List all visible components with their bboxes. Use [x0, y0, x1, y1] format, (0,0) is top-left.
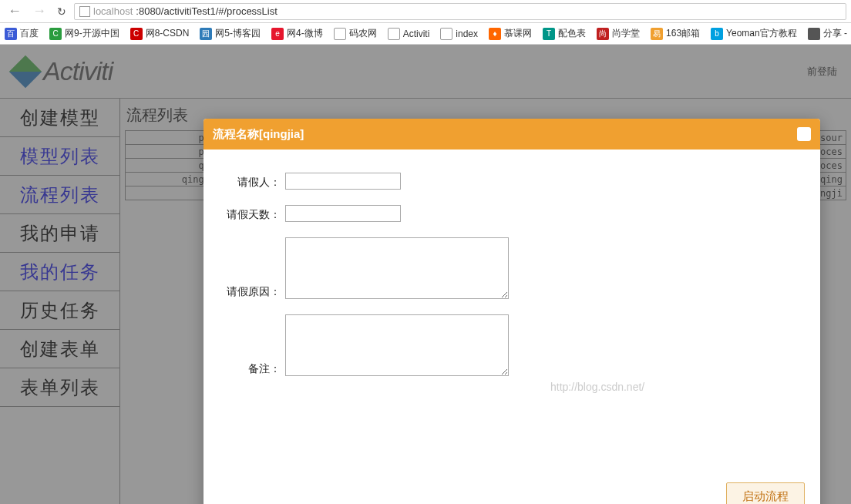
bookmarks-bar: 百百度C网9-开源中国C网8-CSDN园网5-博客园e网4-微博码农网Activ… — [0, 23, 851, 45]
bookmark-item[interactable]: Activiti — [388, 28, 430, 40]
bookmark-label: 配色表 — [558, 27, 586, 40]
remark-label: 备注： — [219, 362, 281, 376]
bookmark-icon: C — [130, 28, 143, 40]
bookmark-label: 网4-微博 — [287, 27, 323, 40]
url-path: :8080/activitiTest1/#/processList — [136, 5, 278, 17]
bookmark-label: 163邮箱 — [666, 27, 700, 40]
dialog-body: 请假人： 请假天数： 请假原因： 备注： — [204, 150, 820, 473]
bookmark-item[interactable]: index — [440, 28, 478, 40]
bookmark-icon: 易 — [651, 28, 663, 40]
bookmark-label: 百度 — [20, 27, 39, 40]
bookmark-item[interactable]: 百百度 — [5, 27, 39, 40]
days-label: 请假天数： — [219, 208, 281, 222]
reason-label: 请假原因： — [219, 285, 281, 299]
dialog-header: 流程名称[qingjia] — [204, 119, 820, 150]
bookmark-icon: e — [271, 28, 284, 40]
bookmark-icon: 尚 — [597, 28, 609, 40]
bookmark-item[interactable]: C网9-开源中国 — [49, 27, 119, 40]
bookmark-label: 慕课网 — [504, 27, 532, 40]
applicant-input[interactable] — [285, 173, 401, 190]
bookmark-item[interactable]: T配色表 — [543, 27, 586, 40]
bookmark-label: 码农网 — [349, 27, 377, 40]
close-icon[interactable] — [797, 127, 811, 141]
bookmark-label: 分享 - — [823, 27, 847, 40]
submit-button[interactable]: 启动流程 — [726, 482, 805, 504]
bookmark-item[interactable]: 分享 - — [808, 27, 847, 40]
bookmark-icon: ♦ — [489, 28, 501, 40]
reload-button[interactable]: ↻ — [54, 5, 69, 18]
bookmark-item[interactable]: ♦慕课网 — [489, 27, 532, 40]
forward-button[interactable]: → — [29, 3, 49, 19]
bookmark-icon: b — [711, 28, 723, 40]
bookmark-label: index — [456, 29, 478, 39]
bookmark-label: 网9-开源中国 — [65, 27, 119, 40]
bookmark-item[interactable]: 尚尚学堂 — [597, 27, 640, 40]
bookmark-icon — [388, 28, 400, 40]
page-icon — [79, 6, 90, 17]
bookmark-item[interactable]: 码农网 — [334, 27, 377, 40]
browser-nav: ← → ↻ localhost:8080/activitiTest1/#/pro… — [0, 0, 851, 23]
bookmark-label: 网8-CSDN — [146, 27, 190, 40]
bookmark-label: Yeoman官方教程 — [726, 27, 797, 40]
dialog-footer: 启动流程 — [204, 473, 820, 504]
bookmark-label: Activiti — [403, 29, 430, 39]
back-button[interactable]: ← — [5, 3, 25, 19]
url-host: localhost — [93, 5, 133, 17]
bookmark-icon: 园 — [200, 28, 212, 40]
reason-textarea[interactable] — [285, 237, 509, 299]
bookmark-item[interactable]: C网8-CSDN — [130, 27, 190, 40]
app-root: Activiti 前登陆 创建模型模型列表流程列表我的申请我的任务历史任务创建表… — [0, 45, 851, 504]
bookmark-item[interactable]: bYeoman官方教程 — [711, 27, 797, 40]
bookmark-item[interactable]: e网4-微博 — [271, 27, 323, 40]
start-process-dialog: 流程名称[qingjia] 请假人： 请假天数： 请假原因： 备注： 启动流程 — [204, 119, 820, 504]
bookmark-label: 尚学堂 — [612, 27, 640, 40]
url-bar[interactable]: localhost:8080/activitiTest1/#/processLi… — [74, 3, 846, 20]
bookmark-icon — [808, 28, 820, 40]
bookmark-icon — [440, 28, 452, 40]
applicant-label: 请假人： — [219, 176, 281, 190]
bookmark-item[interactable]: 易163邮箱 — [651, 27, 700, 40]
days-input[interactable] — [285, 205, 401, 222]
bookmark-icon: C — [49, 28, 62, 40]
bookmark-icon — [334, 28, 346, 40]
bookmark-icon: 百 — [5, 28, 17, 40]
dialog-title: 流程名称[qingjia] — [213, 127, 304, 142]
bookmark-item[interactable]: 园网5-博客园 — [200, 27, 261, 40]
bookmark-icon: T — [543, 28, 555, 40]
bookmark-label: 网5-博客园 — [215, 27, 261, 40]
remark-textarea[interactable] — [285, 314, 509, 376]
